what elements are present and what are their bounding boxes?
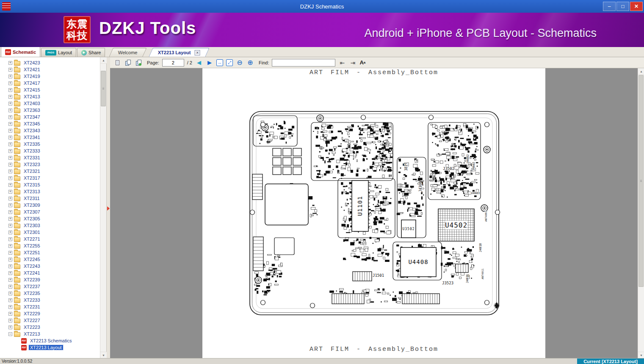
tree-item-label[interactable]: XT2307 [22, 209, 41, 214]
tree-item[interactable]: +XT2419 [0, 73, 100, 80]
tree-item-label[interactable]: XT2305 [22, 216, 41, 221]
maximize-button[interactable]: □ [616, 2, 629, 11]
fit-width-icon[interactable]: ↔ [216, 59, 223, 66]
tree-item-label[interactable]: XT2403 [22, 101, 41, 106]
expand-box-icon[interactable]: + [8, 210, 12, 214]
tree-item[interactable]: +XT2271 [0, 236, 100, 242]
previous-page-button[interactable]: ◀ [195, 59, 203, 67]
expand-box-icon[interactable]: + [8, 244, 12, 248]
tree-item[interactable]: +XT2423 [0, 59, 100, 66]
tree-item-label[interactable]: XT2213 Layout [29, 345, 63, 350]
close-button[interactable]: ✕ [630, 2, 643, 11]
tree-item-label[interactable]: XT2417 [22, 81, 41, 86]
tree-item[interactable]: +XT2345 [0, 120, 100, 127]
fit-page-icon[interactable]: ⤢ [226, 59, 233, 66]
tree-item-label[interactable]: XT2235 [22, 291, 41, 296]
tree-item[interactable]: +PDFXT2213 Layout [0, 344, 100, 351]
tree-item[interactable]: +XT2341 [0, 134, 100, 141]
expand-box-icon[interactable]: + [8, 108, 12, 112]
tree-item-label[interactable]: XT2213 [22, 331, 41, 336]
expand-box-icon[interactable]: + [8, 251, 12, 255]
tab-share[interactable]: ▶ Share [77, 48, 105, 57]
tree-item-label[interactable]: XT2313 [22, 189, 41, 194]
tree-item-label[interactable]: XT2229 [22, 311, 41, 316]
tree-item-label[interactable]: XT2413 [22, 94, 41, 99]
tree-item-label[interactable]: XT2227 [22, 318, 41, 323]
collapse-box-icon[interactable]: − [8, 332, 12, 336]
tree-item[interactable]: +XT2311 [0, 195, 100, 202]
tree-item-label[interactable]: XT2255 [22, 243, 41, 248]
zoom-out-icon[interactable]: ⊖ [236, 59, 243, 67]
tree-item[interactable]: +XT2307 [0, 208, 100, 215]
viewer-scrollbar[interactable]: ▲ ▼ [638, 68, 644, 358]
tree-item-label[interactable]: XT2421 [22, 67, 41, 72]
tree-item[interactable]: +XT2229 [0, 310, 100, 317]
tree-item[interactable]: +XT2333 [0, 147, 100, 154]
single-page-view-icon[interactable] [113, 59, 121, 67]
scroll-down-icon[interactable]: ▼ [638, 352, 644, 358]
tree-item[interactable]: +XT2231 [0, 303, 100, 310]
tree-item-label[interactable]: XT2317 [22, 175, 41, 181]
facing-pages-view-icon[interactable] [124, 59, 132, 67]
tree-item-label[interactable]: XT2243 [22, 264, 41, 269]
expand-box-icon[interactable]: + [8, 176, 12, 180]
expand-box-icon[interactable]: + [8, 264, 12, 268]
scroll-up-icon[interactable]: ▲ [100, 57, 107, 64]
multi-page-view-icon[interactable] [135, 59, 142, 67]
tree-item-label[interactable]: XT2231 [22, 304, 41, 309]
tree-item[interactable]: +XT2243 [0, 263, 100, 270]
tree-item[interactable]: +XT2363 [0, 107, 100, 114]
expand-box-icon[interactable]: + [8, 136, 12, 139]
expand-box-icon[interactable]: + [8, 102, 12, 106]
tree-item-label[interactable]: XT2271 [22, 236, 41, 242]
tree-item[interactable]: +XT2239 [0, 276, 100, 283]
tree-item-label[interactable]: XT2333 [22, 148, 41, 153]
tree-item[interactable]: +XT2317 [0, 175, 100, 181]
text-size-icon[interactable]: Aa [359, 59, 365, 67]
tree-item-label[interactable]: XT2341 [22, 135, 41, 140]
tab-schematic[interactable]: PDF Schematic [1, 47, 40, 57]
tree-item-label[interactable]: XT2245 [22, 257, 41, 262]
tree-item[interactable]: +XT2251 [0, 249, 100, 256]
expand-box-icon[interactable]: + [8, 183, 12, 187]
expand-box-icon[interactable]: + [8, 312, 12, 316]
expand-box-icon[interactable]: + [8, 122, 12, 126]
expand-box-icon[interactable]: + [8, 224, 12, 228]
expand-box-icon[interactable]: + [8, 68, 12, 72]
tree-item[interactable]: +XT2303 [0, 222, 100, 229]
tree-item[interactable]: +XT2347 [0, 114, 100, 120]
expand-box-icon[interactable]: + [8, 156, 12, 160]
splitter[interactable] [107, 57, 110, 358]
tree-item[interactable]: +XT2313 [0, 188, 100, 195]
expand-box-icon[interactable]: + [8, 305, 12, 309]
tree-item-label[interactable]: XT2415 [22, 87, 41, 92]
expand-box-icon[interactable]: + [8, 237, 12, 241]
tab-layout[interactable]: PADS Layout [41, 48, 76, 57]
next-page-button[interactable]: ▶ [206, 59, 213, 67]
tree-item-label[interactable]: XT2301 [22, 230, 41, 235]
expand-box-icon[interactable]: + [8, 203, 12, 207]
find-input[interactable] [272, 59, 335, 67]
viewer-scroll-thumb[interactable] [638, 75, 644, 287]
tree-item-label[interactable]: XT2241 [22, 270, 41, 275]
tree-item-label[interactable]: XT2315 [22, 182, 41, 187]
expand-box-icon[interactable]: + [8, 231, 12, 234]
sidebar-scroll-thumb[interactable] [101, 71, 106, 106]
tree-item[interactable]: +XT2301 [0, 229, 100, 236]
tree-item-label[interactable]: XT2331 [22, 155, 41, 160]
find-next-icon[interactable]: ⇥ [349, 59, 357, 67]
zoom-in-icon[interactable]: ⊕ [246, 59, 254, 67]
sidebar-scrollbar[interactable]: ▲ ▼ [100, 57, 106, 358]
tree-item[interactable]: +PDFXT2213 Schematics [0, 337, 100, 344]
tab-welcome[interactable]: Welcome [109, 48, 147, 57]
tree-item-label[interactable]: XT2321 [22, 169, 41, 174]
tree-item-label[interactable]: XT2363 [22, 108, 41, 113]
expand-box-icon[interactable]: + [8, 325, 12, 329]
expand-box-icon[interactable]: + [8, 142, 12, 146]
tree-item-label[interactable]: XT2223 [22, 325, 41, 330]
page-number-input[interactable] [162, 59, 184, 67]
tree-item[interactable]: +XT2309 [0, 202, 100, 208]
tree-item[interactable]: +XT2343 [0, 127, 100, 134]
tree-item-label[interactable]: XT2213 Schematics [29, 338, 73, 343]
tree-item-label[interactable]: XT2423 [22, 60, 41, 65]
